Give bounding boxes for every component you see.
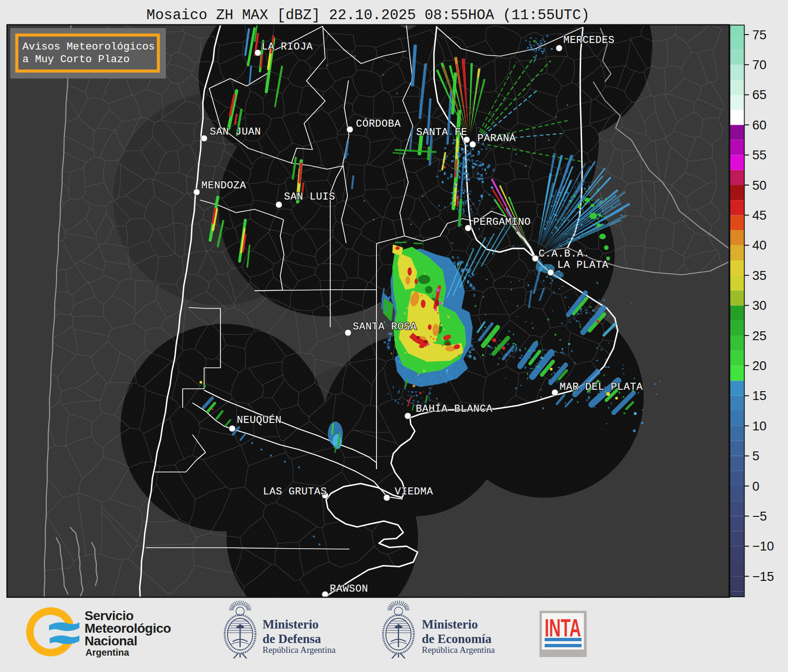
svg-text:5: 5: [753, 449, 760, 463]
svg-text:SAN JUAN: SAN JUAN: [210, 126, 261, 138]
svg-text:40: 40: [753, 238, 767, 252]
svg-text:45: 45: [753, 208, 767, 222]
svg-text:LA PLATA: LA PLATA: [557, 259, 609, 271]
svg-text:15: 15: [753, 388, 767, 403]
svg-text:República Argentina: República Argentina: [422, 645, 495, 655]
svg-text:Argentina: Argentina: [85, 647, 129, 658]
svg-text:−5: −5: [753, 509, 767, 523]
svg-text:República Argentina: República Argentina: [263, 645, 336, 655]
svg-text:Mosaico ZH MAX [dBZ] 22.10.202: Mosaico ZH MAX [dBZ] 22.10.2025 08:55HOA…: [147, 7, 590, 23]
svg-text:a Muy Corto Plazo: a Muy Corto Plazo: [22, 53, 130, 65]
svg-text:Nacional: Nacional: [85, 634, 137, 648]
svg-text:25: 25: [753, 329, 767, 343]
svg-text:NEUQUÉN: NEUQUÉN: [237, 414, 282, 426]
svg-text:10: 10: [753, 419, 767, 433]
svg-text:SAN LUIS: SAN LUIS: [284, 191, 335, 203]
svg-text:Ministerio: Ministerio: [422, 617, 478, 631]
svg-text:60: 60: [753, 118, 767, 132]
svg-text:Ministerio: Ministerio: [263, 617, 319, 631]
svg-text:BAHÍA BLANCA: BAHÍA BLANCA: [416, 403, 493, 415]
svg-text:55: 55: [753, 148, 767, 162]
svg-text:INTA: INTA: [545, 614, 581, 642]
svg-text:65: 65: [753, 87, 767, 102]
svg-text:35: 35: [753, 268, 767, 283]
svg-text:de Defensa: de Defensa: [263, 632, 321, 646]
svg-text:LAS GRUTAS: LAS GRUTAS: [263, 486, 327, 498]
svg-text:20: 20: [753, 358, 767, 373]
svg-text:−15: −15: [753, 569, 774, 584]
svg-text:MAR DEL PLATA: MAR DEL PLATA: [560, 381, 643, 393]
svg-text:MENDOZA: MENDOZA: [201, 180, 246, 192]
svg-text:CÓRDOBA: CÓRDOBA: [356, 118, 401, 130]
svg-text:PARANÁ: PARANÁ: [477, 132, 516, 144]
svg-text:C.A.B.A.: C.A.B.A.: [539, 248, 590, 260]
svg-text:VIEDMA: VIEDMA: [395, 486, 433, 498]
svg-text:0: 0: [753, 479, 760, 493]
svg-text:SANTA FE: SANTA FE: [416, 127, 468, 138]
svg-text:−10: −10: [753, 539, 774, 553]
svg-text:MERCEDES: MERCEDES: [563, 35, 615, 46]
svg-text:SANTA ROSA: SANTA ROSA: [353, 321, 417, 333]
svg-text:RAWSON: RAWSON: [330, 583, 368, 595]
svg-text:50: 50: [753, 178, 767, 193]
svg-text:PERGAMINO: PERGAMINO: [473, 216, 531, 228]
svg-text:30: 30: [753, 298, 767, 313]
svg-text:Avisos Meteorológicos: Avisos Meteorológicos: [22, 41, 155, 53]
svg-text:70: 70: [753, 57, 767, 72]
svg-text:de Economía: de Economía: [422, 632, 492, 646]
svg-text:LA RIOJA: LA RIOJA: [262, 41, 313, 53]
svg-text:75: 75: [753, 28, 767, 42]
